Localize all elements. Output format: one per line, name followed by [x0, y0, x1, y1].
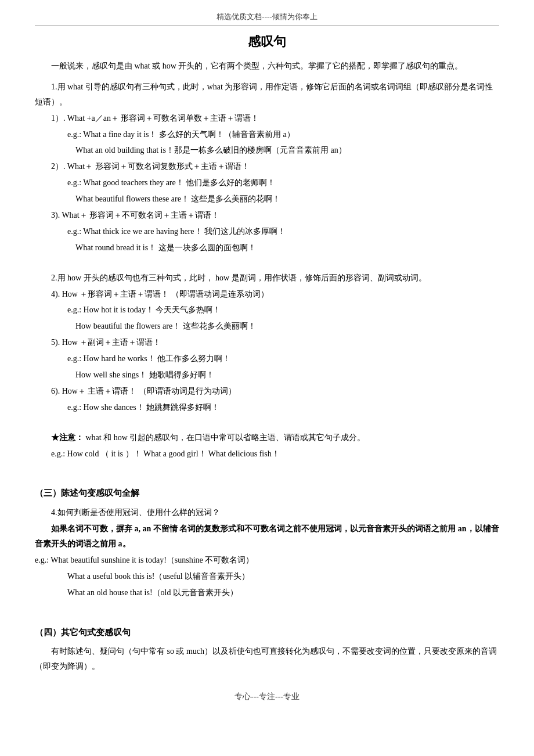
intro-text: 一般说来，感叹句是由 what 或 how 开头的，它有两个类型，六种句式。掌握… [35, 59, 499, 74]
note-title: ★注意： [51, 433, 84, 442]
eg2b: What beautiful flowers these are！ 这些是多么美… [35, 192, 499, 207]
pattern1: 1）. What +a／an＋ 形容词＋可数名词单数＋主语＋谓语！ [35, 111, 499, 126]
eg1b: What an old building that is！那是一栋多么破旧的楼房… [35, 143, 499, 158]
note-section: ★注意： what 和 how 引起的感叹句，在口语中常可以省略主语、谓语或其它… [35, 430, 499, 462]
page-title: 感叹句 [35, 33, 499, 51]
eg-s3a: e.g.: What beautiful sunshine it is toda… [35, 553, 499, 568]
section1-title: 1.用 what 引导的感叹句有三种句式，此时，what 为形容词，用作定语，修… [35, 80, 499, 110]
pattern3: 3). What＋ 形容词＋不可数名词＋主语＋谓语！ [35, 208, 499, 223]
eg-s3c: What an old house that is!（old 以元音音素开头） [35, 585, 499, 600]
section2: 2.用 how 开头的感叹句也有三种句式，此时， how 是副词，用作状语，修饰… [35, 271, 499, 415]
note-line: ★注意： what 和 how 引起的感叹句，在口语中常可以省略主语、谓语或其它… [35, 430, 499, 445]
section4-text: 有时陈述句、疑问句（句中常有 so 或 much）以及祈使句也可直接转化为感叹句… [35, 644, 499, 674]
eg3a: e.g.: What thick ice we are having here！… [35, 224, 499, 239]
note-text: what 和 how 引起的感叹句，在口语中常可以省略主语、谓语或其它句子成分。 [84, 433, 365, 442]
eg-s3b: What a useful book this is!（useful 以辅音音素… [35, 569, 499, 584]
eg6a: e.g.: How she dances！ 她跳舞跳得多好啊！ [35, 400, 499, 415]
section3: （三）陈述句变感叹句全解 4.如何判断是否使用冠词、使用什么样的冠词？ 如果名词… [35, 485, 499, 600]
eg1a: e.g.: What a fine day it is！ 多么好的天气啊！（辅音… [35, 127, 499, 142]
section3-bold: 如果名词不可数，摒弃 a, an 不留情 名词的复数形式和不可数名词之前不使用冠… [35, 521, 499, 552]
pattern5: 5). How ＋副词＋主语＋谓语！ [35, 335, 499, 350]
pattern2: 2）. What＋ 形容词＋可数名词复数形式＋主语＋谓语！ [35, 159, 499, 174]
header-top-text: 精选优质文档----倾情为你奉上 [35, 12, 499, 26]
eg4a: e.g.: How hot it is today！ 今天天气多热啊！ [35, 303, 499, 318]
section3-q: 4.如何判断是否使用冠词、使用什么样的冠词？ [35, 505, 499, 520]
eg5b: How well she sings！ 她歌唱得多好啊！ [35, 368, 499, 383]
pattern4: 4). How ＋形容词＋主语＋谓语！ （即谓语动词是连系动词） [35, 287, 499, 302]
eg4b: How beautiful the flowers are！ 这些花多么美丽啊！ [35, 319, 499, 334]
note-eg: e.g.: How cold （ it is ）！ What a good gi… [35, 447, 499, 462]
footer: 专心---专注---专业 [35, 692, 499, 702]
section4-title: （四）其它句式变感叹句 [35, 625, 499, 641]
pattern6: 6). How＋ 主语＋谓语！ （即谓语动词是行为动词） [35, 384, 499, 399]
section3-title: （三）陈述句变感叹句全解 [35, 485, 499, 502]
eg2a: e.g.: What good teachers they are！ 他们是多么… [35, 175, 499, 190]
eg3b: What round bread it is！ 这是一块多么圆的面包啊！ [35, 240, 499, 255]
section2-title: 2.用 how 开头的感叹句也有三种句式，此时， how 是副词，用作状语，修饰… [35, 271, 499, 286]
section1: 1.用 what 引导的感叹句有三种句式，此时，what 为形容词，用作定语，修… [35, 80, 499, 255]
intro-paragraph: 一般说来，感叹句是由 what 或 how 开头的，它有两个类型，六种句式。掌握… [35, 59, 499, 74]
eg5a: e.g.: How hard he works！ 他工作多么努力啊！ [35, 351, 499, 366]
section4: （四）其它句式变感叹句 有时陈述句、疑问句（句中常有 so 或 much）以及祈… [35, 625, 499, 675]
